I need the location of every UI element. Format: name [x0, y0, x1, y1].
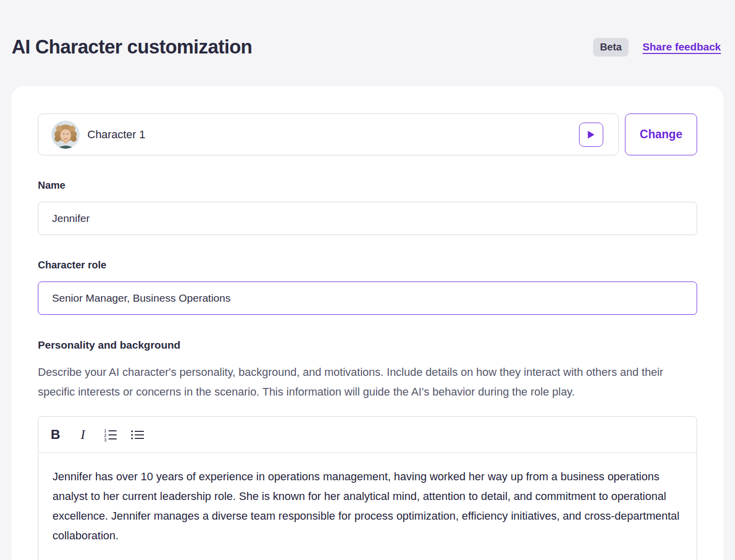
ordered-list-icon: 1 2 3: [103, 428, 117, 442]
page: AI Character customization Beta Share fe…: [0, 35, 735, 560]
share-feedback-link[interactable]: Share feedback: [643, 41, 721, 53]
bullet-list-icon: [130, 428, 144, 442]
page-title: AI Character customization: [12, 36, 252, 58]
svg-text:3: 3: [104, 437, 107, 442]
character-role-input[interactable]: [38, 282, 697, 315]
character-role-label: Character role: [38, 259, 697, 271]
character-selector-row: Character 1 Change: [38, 114, 697, 155]
change-character-button[interactable]: Change: [625, 114, 697, 155]
play-icon: [587, 130, 595, 139]
bullet-list-button[interactable]: [127, 424, 147, 446]
beta-badge: Beta: [593, 38, 628, 57]
bold-icon: B: [51, 427, 61, 442]
play-voice-button[interactable]: [579, 123, 603, 147]
header-actions: Beta Share feedback: [593, 38, 723, 57]
avatar-image: [51, 121, 80, 149]
character-select[interactable]: Character 1: [38, 114, 619, 155]
personality-heading: Personality and background: [38, 339, 697, 351]
name-input[interactable]: [38, 202, 697, 235]
character-select-label: Character 1: [87, 128, 145, 141]
ordered-list-button[interactable]: 1 2 3: [100, 424, 120, 446]
page-header: AI Character customization Beta Share fe…: [12, 35, 723, 59]
personality-editor: B I 1 2 3: [38, 416, 697, 560]
character-customization-card: Character 1 Change Name Character role P…: [12, 86, 723, 560]
italic-button[interactable]: I: [73, 424, 93, 446]
name-label: Name: [38, 180, 697, 191]
character-avatar: [51, 121, 80, 149]
editor-toolbar: B I 1 2 3: [38, 417, 697, 453]
bold-button[interactable]: B: [45, 424, 66, 446]
italic-icon: I: [81, 427, 85, 442]
personality-editor-content[interactable]: Jennifer has over 10 years of experience…: [38, 453, 697, 560]
personality-description: Describe your AI character's personality…: [38, 362, 694, 402]
